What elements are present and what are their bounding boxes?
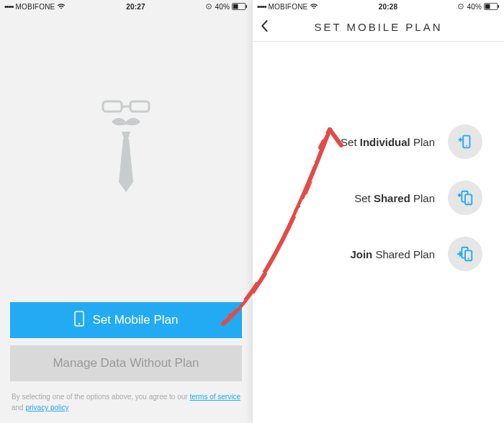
plan-option-label: Join Shared Plan	[350, 248, 435, 260]
location-icon	[205, 3, 212, 10]
svg-rect-13	[498, 5, 499, 8]
svg-point-1	[209, 6, 210, 7]
signal-dots-icon: •••••	[257, 3, 266, 11]
terms-of-service-link[interactable]: terms of service	[189, 393, 240, 401]
svg-point-26	[468, 258, 469, 260]
plan-shared-icon	[448, 181, 482, 215]
svg-point-9	[78, 322, 80, 324]
svg-rect-4	[233, 4, 238, 9]
manage-without-plan-label: Manage Data Without Plan	[53, 356, 199, 370]
persona-illustration	[0, 13, 252, 294]
svg-point-21	[468, 202, 469, 204]
clock-label: 20:28	[318, 3, 457, 11]
battery-pct-label: 40%	[215, 3, 230, 11]
page-title: SET MOBILE PLAN	[260, 21, 497, 33]
plan-option-individual[interactable]: Set Individual Plan	[253, 114, 504, 170]
plan-individual-icon	[448, 124, 482, 159]
privacy-policy-link[interactable]: privacy policy	[25, 404, 68, 411]
svg-rect-3	[246, 5, 247, 8]
plan-option-label: Set Shared Plan	[354, 192, 435, 204]
status-bar: ••••• MOBIFONE 20:28 40%	[253, 0, 504, 13]
manage-without-plan-button[interactable]: Manage Data Without Plan	[10, 345, 242, 381]
signal-dots-icon: •••••	[4, 3, 14, 11]
legal-text: By selecting one of the options above, y…	[0, 386, 252, 423]
screen-set-mobile-plan: ••••• MOBIFONE 20:28 40% SET M	[252, 0, 504, 423]
plan-join-icon	[448, 237, 482, 271]
wifi-icon	[57, 3, 66, 10]
carrier-label: MOBIFONE	[269, 3, 308, 11]
svg-rect-14	[485, 4, 490, 9]
clock-label: 20:27	[66, 3, 205, 11]
status-bar: ••••• MOBIFONE 20:27 40%	[0, 0, 252, 13]
phone-icon	[73, 311, 85, 330]
svg-rect-5	[103, 101, 122, 112]
set-mobile-plan-button[interactable]: Set Mobile Plan	[10, 302, 242, 338]
plan-option-join[interactable]: Join Shared Plan	[253, 226, 504, 282]
wifi-icon	[310, 3, 318, 10]
screen-onboarding: ••••• MOBIFONE 20:27 40%	[0, 0, 252, 423]
svg-rect-6	[130, 101, 149, 112]
battery-pct-label: 40%	[467, 3, 482, 11]
plan-option-label: Set Individual Plan	[341, 136, 435, 148]
battery-icon	[232, 3, 248, 10]
plan-options-list: Set Individual PlanSet Shared PlanJoin S…	[253, 42, 504, 423]
nav-header: SET MOBILE PLAN	[253, 13, 504, 42]
svg-point-11	[461, 6, 462, 7]
location-icon	[457, 3, 464, 10]
battery-icon	[484, 3, 500, 10]
carrier-label: MOBIFONE	[16, 3, 55, 11]
set-mobile-plan-label: Set Mobile Plan	[92, 313, 178, 327]
plan-option-shared[interactable]: Set Shared Plan	[253, 170, 504, 226]
svg-point-16	[466, 145, 467, 147]
